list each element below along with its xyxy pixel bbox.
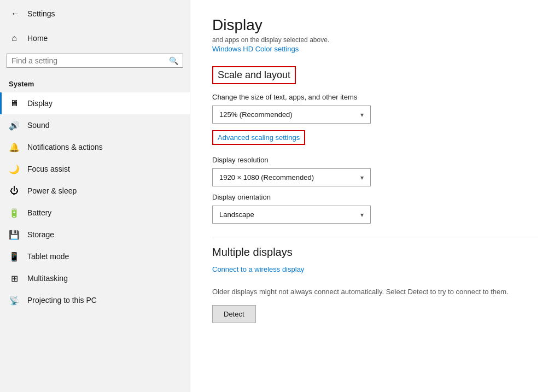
sidebar-item-battery[interactable]: 🔋 Battery [0, 202, 190, 224]
back-icon: ← [11, 9, 20, 19]
scale-layout-section: Scale and layout Change the size of text… [212, 66, 538, 224]
power-label: Power & sleep [27, 186, 77, 195]
scale-chevron-icon: ▾ [360, 111, 364, 119]
battery-label: Battery [27, 208, 51, 217]
scale-dropdown[interactable]: 125% (Recommended) ▾ [212, 106, 371, 124]
back-button[interactable]: ← [9, 7, 22, 21]
settings-title: Settings [27, 9, 55, 18]
home-item[interactable]: ⌂ Home [0, 27, 190, 49]
storage-label: Storage [27, 230, 54, 239]
battery-icon: 🔋 [9, 207, 20, 218]
search-input[interactable] [11, 56, 166, 65]
notifications-label: Notifications & actions [27, 143, 103, 151]
focus-icon: 🌙 [9, 163, 20, 174]
display-label: Display [27, 99, 52, 108]
sidebar-item-projecting[interactable]: 📡 Projecting to this PC [0, 289, 190, 311]
sidebar-item-focus[interactable]: 🌙 Focus assist [0, 158, 190, 180]
sidebar-item-power[interactable]: ⏻ Power & sleep [0, 180, 190, 202]
projecting-label: Projecting to this PC [27, 296, 97, 305]
home-icon: ⌂ [9, 33, 20, 44]
page-title: Display [212, 16, 538, 34]
search-icon: 🔍 [169, 56, 178, 65]
section-divider [212, 237, 538, 237]
scale-dropdown-value: 125% (Recommended) [219, 110, 293, 119]
sidebar-item-sound[interactable]: 🔊 Sound [0, 114, 190, 136]
resolution-dropdown-value: 1920 × 1080 (Recommended) [219, 173, 314, 182]
display-icon: 🖥 [9, 98, 20, 109]
multiple-displays-section: Multiple displays Connect to a wireless … [212, 246, 538, 323]
advanced-scaling-link[interactable]: Advanced scaling settings [212, 130, 305, 145]
change-size-label: Change the size of text, apps, and other… [212, 93, 538, 101]
sound-label: Sound [27, 121, 49, 130]
sidebar-item-display[interactable]: 🖥 Display [0, 92, 190, 114]
sidebar-item-notifications[interactable]: 🔔 Notifications & actions [0, 136, 190, 158]
tablet-label: Tablet mode [27, 252, 69, 261]
system-label: System [0, 72, 190, 92]
sidebar-item-multitasking[interactable]: ⊞ Multitasking [0, 267, 190, 289]
projecting-icon: 📡 [9, 295, 20, 306]
focus-label: Focus assist [27, 165, 70, 173]
scale-layout-heading: Scale and layout [212, 66, 296, 84]
resolution-chevron-icon: ▾ [360, 174, 364, 182]
orientation-chevron-icon: ▾ [360, 211, 364, 219]
home-label: Home [27, 34, 48, 43]
tablet-icon: 📱 [9, 251, 20, 262]
connect-wireless-link[interactable]: Connect to a wireless display [212, 265, 538, 273]
storage-icon: 💾 [9, 229, 20, 240]
older-displays-text: Older displays might not always connect … [212, 286, 538, 297]
main-content: Display and apps on the display selected… [190, 0, 560, 392]
power-icon: ⏻ [9, 185, 20, 196]
sound-icon: 🔊 [9, 120, 20, 131]
sidebar-header: ← Settings [0, 0, 190, 27]
multitasking-icon: ⊞ [9, 273, 20, 284]
multitasking-label: Multitasking [27, 274, 68, 283]
sidebar-item-tablet[interactable]: 📱 Tablet mode [0, 245, 190, 267]
orientation-dropdown-value: Landscape [219, 210, 254, 219]
resolution-dropdown[interactable]: 1920 × 1080 (Recommended) ▾ [212, 168, 371, 186]
resolution-label: Display resolution [212, 156, 538, 164]
sidebar: ← Settings ⌂ Home 🔍 System 🖥 Display 🔊 S… [0, 0, 190, 392]
notifications-icon: 🔔 [9, 142, 20, 153]
orientation-dropdown[interactable]: Landscape ▾ [212, 206, 371, 224]
subtitle-text: and apps on the display selected above. [212, 36, 538, 44]
hd-color-link[interactable]: Windows HD Color settings [212, 45, 538, 53]
detect-button[interactable]: Detect [212, 305, 256, 323]
orientation-label: Display orientation [212, 193, 538, 201]
search-button[interactable]: 🔍 [169, 56, 178, 65]
multiple-displays-heading: Multiple displays [212, 246, 538, 259]
search-box[interactable]: 🔍 [7, 54, 183, 68]
sidebar-item-storage[interactable]: 💾 Storage [0, 224, 190, 245]
